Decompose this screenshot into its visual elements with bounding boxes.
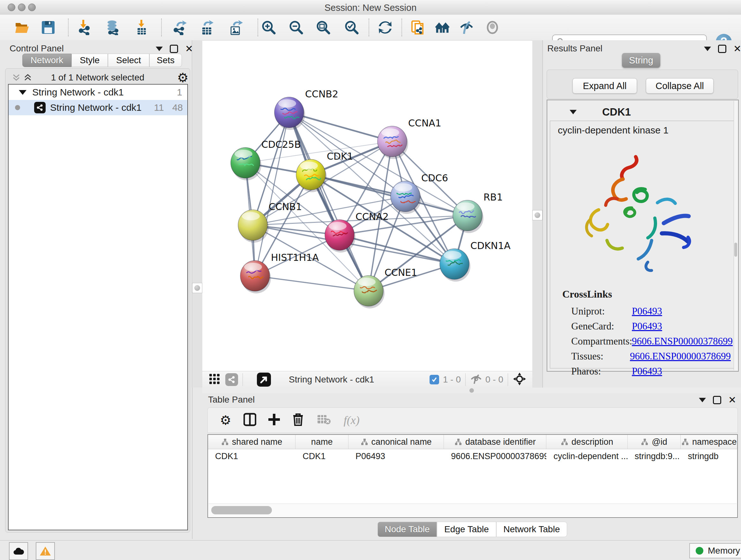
node-label-CCNA1: CCNA1	[408, 118, 441, 129]
crosslink-genecard-link[interactable]: P06493	[632, 320, 662, 332]
zoom-fit-icon[interactable]	[316, 20, 331, 35]
cell-id[interactable]: stringdb:9...	[628, 451, 681, 461]
memory-button[interactable]: Memory	[689, 543, 741, 558]
tab-style[interactable]: Style	[71, 54, 108, 67]
zoom-in-icon[interactable]	[261, 20, 276, 35]
horizontal-splitter-handle[interactable]	[469, 388, 474, 393]
table-options-gear-icon[interactable]: ⚙	[220, 415, 231, 426]
column-header[interactable]: namespace	[681, 435, 737, 449]
copy-style-icon[interactable]	[410, 20, 425, 35]
right-splitter-handle[interactable]	[532, 210, 542, 220]
network-share-icon[interactable]	[225, 373, 238, 386]
panel-float-icon[interactable]	[713, 396, 721, 404]
results-content: CDK1 cyclin-dependent kinase 1	[547, 100, 739, 372]
gene-detail-box: cyclin-dependent kinase 1	[550, 121, 735, 368]
panel-close-icon[interactable]: ✕	[728, 397, 736, 403]
tab-select[interactable]: Select	[108, 54, 149, 67]
export-image-icon[interactable]	[228, 20, 243, 35]
node-HIST1H1A[interactable]: HIST1H1A	[240, 252, 319, 294]
crosslink-tissues-link[interactable]: 9606.ENSP00000378699	[630, 351, 731, 362]
zoom-selected-icon[interactable]	[344, 20, 359, 35]
tab-network[interactable]: Network	[22, 54, 71, 67]
cell-description[interactable]: cyclin-dependent ...	[546, 451, 627, 461]
node-CCNA1[interactable]: CCNA1	[378, 118, 441, 159]
add-column-icon[interactable]	[268, 413, 280, 427]
delete-column-icon[interactable]	[292, 413, 304, 428]
node-CDKN1A[interactable]: CDKN1A	[440, 240, 511, 282]
left-splitter-handle[interactable]	[192, 283, 202, 293]
export-table-icon[interactable]	[199, 20, 214, 35]
show-all-eye-icon[interactable]	[485, 20, 500, 35]
birdseye-crosshair-icon[interactable]	[513, 372, 527, 387]
column-header[interactable]: database identifier	[444, 435, 546, 449]
show-columns-icon[interactable]	[244, 413, 256, 428]
zoom-out-icon[interactable]	[288, 20, 304, 35]
table-header-row: shared name name canonical name database…	[208, 435, 737, 449]
node-label-CCNB1: CCNB1	[269, 201, 302, 212]
memory-label: Memory	[708, 546, 740, 556]
node-RB1[interactable]: RB1	[453, 192, 503, 233]
table-horizontal-scrollbar[interactable]	[209, 503, 737, 516]
network-selection-status: 1 of 1 Network selected	[5, 72, 190, 83]
table-scrollbar-thumb[interactable]	[211, 506, 272, 514]
hide-selection-eye-icon[interactable]	[459, 20, 474, 35]
results-scrollbar[interactable]	[734, 101, 738, 370]
cell-shared-name[interactable]: CDK1	[208, 451, 295, 461]
column-header[interactable]: description	[546, 435, 627, 449]
save-session-icon[interactable]	[41, 20, 56, 35]
import-network-icon[interactable]	[77, 20, 92, 35]
refresh-icon[interactable]	[378, 20, 393, 35]
cell-namespace[interactable]: stringdb	[681, 451, 737, 461]
export-network-icon[interactable]	[172, 20, 187, 35]
panel-float-icon[interactable]	[718, 45, 726, 53]
crosslink-uniprot-link[interactable]: P06493	[632, 306, 662, 317]
tree-expand-icon[interactable]	[19, 90, 26, 95]
import-table-icon[interactable]	[134, 20, 149, 35]
expand-all-button[interactable]: Expand All	[572, 78, 637, 94]
network-tree-selected-row[interactable]: String Network - cdk1 11 48	[9, 100, 187, 115]
import-database-icon[interactable]	[105, 20, 120, 35]
warnings-button[interactable]	[36, 542, 55, 560]
node-CCNE1[interactable]: CCNE1	[354, 267, 417, 308]
panel-float-icon[interactable]	[170, 45, 178, 53]
tab-network-table[interactable]: Network Table	[496, 522, 567, 537]
left-splitter[interactable]	[192, 40, 203, 388]
tab-node-table[interactable]: Node Table	[378, 522, 437, 537]
selected-checkbox-icon[interactable]	[429, 375, 439, 384]
column-header[interactable]: @id	[628, 435, 681, 449]
column-header[interactable]: shared name	[208, 435, 295, 449]
horizontal-splitter[interactable]	[202, 388, 741, 393]
crosslink-pharos-link[interactable]: P06493	[632, 366, 662, 377]
open-in-window-icon[interactable]	[257, 373, 271, 387]
cell-database-identifier[interactable]: 9606.ENSP00000378699	[444, 451, 546, 461]
panel-menu-icon[interactable]	[156, 47, 163, 51]
network-options-gear-icon[interactable]: ⚙	[177, 72, 189, 83]
open-file-icon[interactable]	[15, 20, 30, 35]
collapse-all-button[interactable]: Collapse All	[646, 78, 714, 94]
table-row[interactable]: CDK1 CDK1 P06493 9606.ENSP00000378699 cy…	[208, 449, 737, 463]
cell-name[interactable]: CDK1	[295, 451, 348, 461]
network-graph[interactable]: CCNB2CCNA1CDC25BCDK1CDC6RB1CCNB1CCNA2CDK…	[202, 41, 532, 371]
column-header[interactable]: name	[295, 435, 348, 449]
gene-section-expand-icon[interactable]	[569, 110, 577, 114]
panel-menu-icon[interactable]	[699, 398, 706, 402]
clear-table-icon[interactable]	[317, 414, 331, 427]
right-splitter[interactable]	[532, 40, 543, 388]
column-header[interactable]: canonical name	[348, 435, 444, 449]
panel-close-icon[interactable]: ✕	[733, 46, 741, 52]
network-overview-icon[interactable]	[435, 20, 450, 35]
network-canvas[interactable]: CCNB2CCNA1CDC25BCDK1CDC6RB1CCNB1CCNA2CDK…	[202, 40, 532, 371]
tab-sets[interactable]: Sets	[149, 54, 182, 67]
tab-edge-table[interactable]: Edge Table	[437, 522, 496, 537]
cell-canonical-name[interactable]: P06493	[348, 451, 444, 461]
node-label-CDKN1A: CDKN1A	[470, 240, 511, 251]
grid-view-icon[interactable]	[209, 373, 220, 386]
crosslink-compartments-link[interactable]: 9606.ENSP00000378699	[632, 335, 733, 347]
panel-menu-icon[interactable]	[704, 47, 711, 51]
results-scrollbar-thumb[interactable]	[734, 243, 737, 257]
hidden-eye-icon[interactable]	[470, 374, 482, 386]
column-tree-icon	[360, 438, 368, 446]
tab-string[interactable]: String	[622, 53, 660, 68]
network-tree-root-row[interactable]: String Network - cdk1 1	[9, 84, 187, 100]
cloud-button[interactable]	[9, 542, 28, 560]
